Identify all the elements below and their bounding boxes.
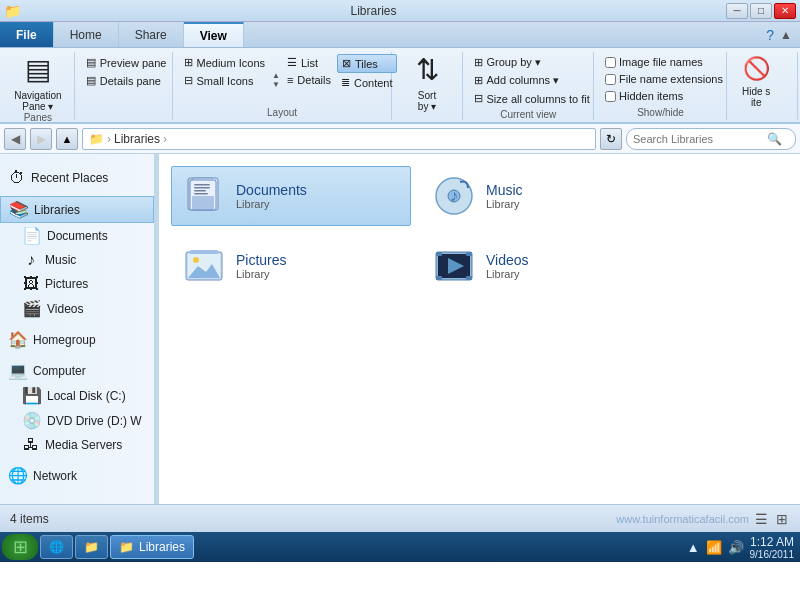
list-view-button[interactable]: ☰	[753, 511, 770, 527]
panes-group-label	[82, 116, 166, 118]
content-button[interactable]: ≣ Content	[337, 74, 397, 91]
videos-lib-icon	[432, 244, 476, 288]
sidebar-item-dvd-drive-label: DVD Drive (D:) W	[47, 414, 142, 428]
group-by-label: Group by ▾	[487, 56, 541, 69]
svg-rect-7	[194, 187, 210, 189]
svg-rect-8	[194, 190, 206, 192]
size-all-columns-button[interactable]: ⊟ Size all columns to fit	[470, 90, 594, 107]
forward-button[interactable]: ▶	[30, 128, 52, 150]
small-icons-label: Small Icons	[197, 75, 254, 87]
documents-lib-type: Library	[236, 198, 307, 210]
size-all-icon: ⊟	[474, 92, 483, 105]
tray-icon-1: ▲	[687, 540, 700, 555]
sidebar-item-libraries[interactable]: 📚 Libraries	[0, 196, 154, 223]
navigation-pane-button[interactable]: ▤ NavigationPane ▾	[6, 54, 69, 110]
pictures-lib-name: Pictures	[236, 252, 287, 268]
group-by-button[interactable]: ⊞ Group by ▾	[470, 54, 594, 71]
library-item-pictures[interactable]: Pictures Library	[171, 236, 411, 296]
taskbar-right: ▲ 📶 🔊 1:12 AM 9/16/2011	[687, 535, 798, 560]
tab-view[interactable]: View	[184, 22, 244, 47]
image-filenames-check[interactable]	[605, 57, 616, 68]
tiles-button[interactable]: ⊠ Tiles	[337, 54, 397, 73]
sort-group-label	[399, 116, 456, 118]
sidebar-item-recent-places[interactable]: ⏱ Recent Places	[0, 166, 154, 190]
small-icons-button[interactable]: ⊟ Small Icons	[180, 72, 269, 89]
start-button[interactable]: ⊞	[2, 534, 38, 560]
list-button[interactable]: ☰ List	[283, 54, 335, 71]
layout-scroll[interactable]: ▲ ▼	[271, 54, 281, 105]
help-icon[interactable]: ?	[766, 27, 774, 43]
tab-share[interactable]: Share	[119, 22, 184, 47]
sidebar-item-videos[interactable]: 🎬 Videos	[0, 296, 154, 321]
window-controls: ─ □ ✕	[726, 3, 796, 19]
show-hide-label: Show/hide	[601, 105, 720, 118]
pictures-lib-type: Library	[236, 268, 287, 280]
sidebar-item-dvd-drive[interactable]: 💿 DVD Drive (D:) W	[0, 408, 154, 433]
details-button[interactable]: ≡ Details	[283, 72, 335, 88]
size-all-label: Size all columns to fit	[487, 93, 590, 105]
hidden-items-checkbox[interactable]: Hidden items	[601, 88, 727, 104]
medium-icons-icon: ⊞	[184, 56, 193, 69]
main-area: ⏱ Recent Places 📚 Libraries 📄 Documents …	[0, 154, 800, 504]
tab-file[interactable]: File	[0, 22, 54, 47]
hide-selected-button[interactable]: 🚫 Hide site	[734, 54, 778, 110]
ribbon-tabs: File Home Share View ? ▲	[0, 22, 800, 48]
taskbar-item-ie[interactable]: 🌐	[40, 535, 73, 559]
list-icon: ☰	[287, 56, 297, 69]
sidebar-section-homegroup: 🏠 Homegroup	[0, 327, 154, 352]
ribbon-group-currentview: ⊞ Group by ▾ ⊞ Add columns ▾ ⊟ Size all …	[464, 52, 594, 120]
preview-pane-button[interactable]: ▤ Preview pane	[82, 54, 171, 71]
expand-icon[interactable]: ▲	[780, 28, 792, 42]
library-item-music[interactable]: ♪ Music Library	[421, 166, 661, 226]
network-icon: 🌐	[8, 466, 28, 485]
documents-lib-info: Documents Library	[236, 182, 307, 210]
sidebar-item-media-servers[interactable]: 🖧 Media Servers	[0, 433, 154, 457]
sidebar-item-computer[interactable]: 💻 Computer	[0, 358, 154, 383]
svg-rect-22	[466, 252, 472, 256]
hidden-items-check[interactable]	[605, 91, 616, 102]
tray-clock[interactable]: 1:12 AM 9/16/2011	[750, 535, 795, 560]
sidebar-item-videos-label: Videos	[47, 302, 83, 316]
medium-icons-button[interactable]: ⊞ Medium Icons	[180, 54, 269, 71]
dvd-drive-icon: 💿	[22, 411, 42, 430]
tray-network-icon: 📶	[706, 540, 722, 555]
maximize-button[interactable]: □	[750, 3, 772, 19]
add-columns-button[interactable]: ⊞ Add columns ▾	[470, 72, 594, 89]
sidebar-item-libraries-label: Libraries	[34, 203, 80, 217]
sidebar-item-network-label: Network	[33, 469, 77, 483]
minimize-button[interactable]: ─	[726, 3, 748, 19]
file-extensions-check[interactable]	[605, 74, 616, 85]
refresh-button[interactable]: ↻	[600, 128, 622, 150]
sidebar-item-network[interactable]: 🌐 Network	[0, 463, 154, 488]
current-view-options: ⊞ Group by ▾ ⊞ Add columns ▾ ⊟ Size all …	[470, 54, 594, 107]
sidebar-item-homegroup[interactable]: 🏠 Homegroup	[0, 327, 154, 352]
search-input[interactable]	[633, 133, 763, 145]
back-button[interactable]: ◀	[4, 128, 26, 150]
music-icon: ♪	[22, 251, 40, 269]
file-extensions-checkbox[interactable]: File name extensions	[601, 71, 727, 87]
tab-home[interactable]: Home	[54, 22, 119, 47]
sidebar-item-documents[interactable]: 📄 Documents	[0, 223, 154, 248]
taskbar-item-libraries-active[interactable]: 📁 Libraries	[110, 535, 194, 559]
taskbar-item-explorer[interactable]: 📁	[75, 535, 108, 559]
close-button[interactable]: ✕	[774, 3, 796, 19]
sidebar-item-pictures[interactable]: 🖼 Pictures	[0, 272, 154, 296]
breadcrumb[interactable]: 📁 › Libraries ›	[82, 128, 596, 150]
details-pane-button[interactable]: ▤ Details pane	[82, 72, 171, 89]
sidebar-item-music[interactable]: ♪ Music	[0, 248, 154, 272]
up-button[interactable]: ▲	[56, 128, 78, 150]
sidebar-item-music-label: Music	[45, 253, 76, 267]
library-item-documents[interactable]: Documents Library	[171, 166, 411, 226]
search-box[interactable]: 🔍	[626, 128, 796, 150]
start-icon: ⊞	[13, 536, 28, 558]
grid-view-button[interactable]: ⊞	[774, 511, 790, 527]
image-filenames-checkbox[interactable]: Image file names	[601, 54, 727, 70]
nav-pane-label: NavigationPane ▾	[14, 90, 61, 112]
sort-by-button[interactable]: ⇅ Sortby ▾	[408, 54, 447, 110]
image-filenames-label: Image file names	[619, 56, 703, 68]
details-pane-label: Details pane	[100, 75, 161, 87]
sidebar-item-local-disk-label: Local Disk (C:)	[47, 389, 126, 403]
sidebar-item-local-disk[interactable]: 💾 Local Disk (C:)	[0, 383, 154, 408]
sidebar-item-pictures-label: Pictures	[45, 277, 88, 291]
library-item-videos[interactable]: Videos Library	[421, 236, 661, 296]
